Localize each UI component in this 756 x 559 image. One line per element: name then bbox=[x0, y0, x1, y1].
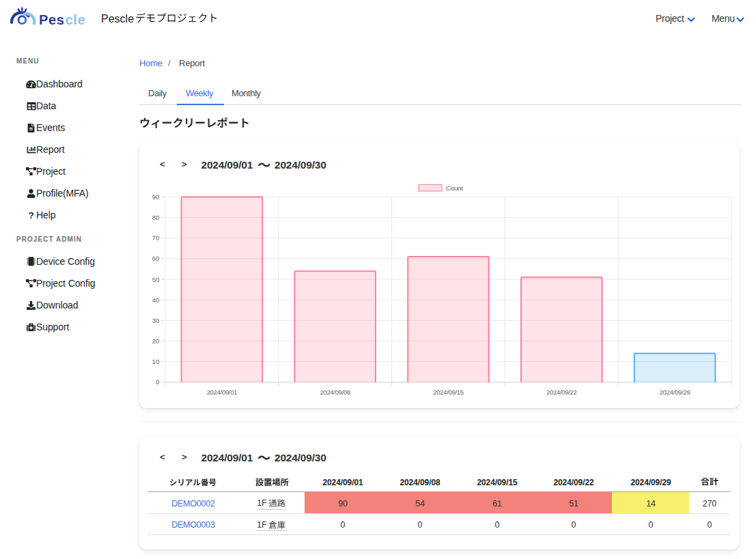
svg-text:2024/09/01: 2024/09/01 bbox=[207, 388, 238, 396]
svg-text:30: 30 bbox=[152, 317, 159, 324]
svg-text:60: 60 bbox=[152, 255, 159, 262]
svg-text:0: 0 bbox=[156, 378, 159, 386]
svg-text:70: 70 bbox=[152, 234, 159, 242]
svg-text:2024/09/22: 2024/09/22 bbox=[546, 388, 577, 396]
svg-text:cle: cle bbox=[66, 12, 86, 27]
svg-text:Pes: Pes bbox=[39, 12, 64, 27]
svg-text:2024/09/08: 2024/09/08 bbox=[320, 388, 350, 396]
svg-text:50: 50 bbox=[152, 276, 159, 283]
svg-text:80: 80 bbox=[152, 214, 159, 221]
svg-text:20: 20 bbox=[152, 337, 159, 345]
svg-text:10: 10 bbox=[152, 358, 159, 365]
svg-text:90: 90 bbox=[152, 193, 159, 201]
svg-text:2024/09/15: 2024/09/15 bbox=[433, 388, 464, 396]
svg-text:40: 40 bbox=[152, 296, 159, 304]
svg-text:2024/09/29: 2024/09/29 bbox=[660, 388, 690, 396]
svg-text:Count: Count bbox=[446, 184, 463, 192]
